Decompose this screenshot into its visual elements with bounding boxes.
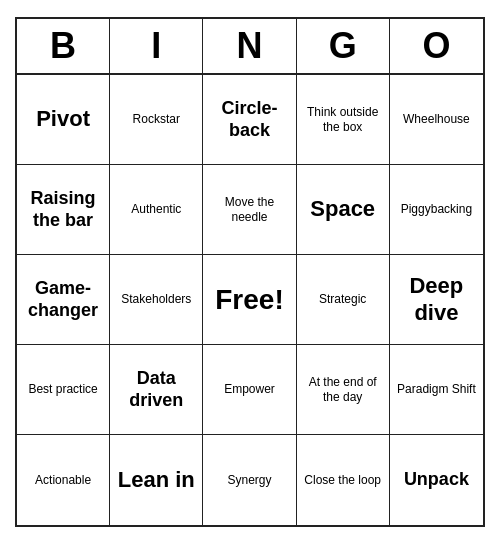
cell-text-1: Rockstar [133,112,180,126]
cell-text-19: Paradigm Shift [397,382,476,396]
bingo-cell-23[interactable]: Close the loop [297,435,390,525]
bingo-cell-16[interactable]: Data driven [110,345,203,435]
bingo-header: BINGO [17,19,483,75]
bingo-cell-12[interactable]: Free! [203,255,296,345]
bingo-cell-13[interactable]: Strategic [297,255,390,345]
bingo-card: BINGO PivotRockstarCircle-backThink outs… [15,17,485,527]
header-letter-i: I [110,19,203,73]
cell-text-20: Actionable [35,473,91,487]
cell-text-8: Space [310,196,375,222]
header-letter-g: G [297,19,390,73]
bingo-cell-7[interactable]: Move the needle [203,165,296,255]
bingo-cell-1[interactable]: Rockstar [110,75,203,165]
bingo-cell-9[interactable]: Piggybacking [390,165,483,255]
cell-text-22: Synergy [227,473,271,487]
bingo-cell-24[interactable]: Unpack [390,435,483,525]
cell-text-13: Strategic [319,292,366,306]
cell-text-7: Move the needle [207,195,291,224]
cell-text-16: Data driven [114,368,198,411]
cell-text-24: Unpack [404,469,469,491]
bingo-cell-17[interactable]: Empower [203,345,296,435]
bingo-cell-0[interactable]: Pivot [17,75,110,165]
cell-text-23: Close the loop [304,473,381,487]
header-letter-n: N [203,19,296,73]
bingo-cell-2[interactable]: Circle-back [203,75,296,165]
cell-text-10: Game-changer [21,278,105,321]
bingo-cell-4[interactable]: Wheelhouse [390,75,483,165]
cell-text-4: Wheelhouse [403,112,470,126]
bingo-cell-18[interactable]: At the end of the day [297,345,390,435]
bingo-cell-6[interactable]: Authentic [110,165,203,255]
bingo-cell-22[interactable]: Synergy [203,435,296,525]
cell-text-15: Best practice [28,382,97,396]
header-letter-o: O [390,19,483,73]
cell-text-12: Free! [215,283,283,317]
cell-text-6: Authentic [131,202,181,216]
cell-text-5: Raising the bar [21,188,105,231]
bingo-cell-20[interactable]: Actionable [17,435,110,525]
header-letter-b: B [17,19,110,73]
cell-text-9: Piggybacking [401,202,472,216]
bingo-cell-8[interactable]: Space [297,165,390,255]
bingo-cell-11[interactable]: Stakeholders [110,255,203,345]
cell-text-14: Deep dive [394,273,479,326]
cell-text-17: Empower [224,382,275,396]
bingo-cell-5[interactable]: Raising the bar [17,165,110,255]
bingo-cell-10[interactable]: Game-changer [17,255,110,345]
bingo-cell-21[interactable]: Lean in [110,435,203,525]
cell-text-3: Think outside the box [301,105,385,134]
bingo-cell-3[interactable]: Think outside the box [297,75,390,165]
cell-text-18: At the end of the day [301,375,385,404]
cell-text-0: Pivot [36,106,90,132]
cell-text-21: Lean in [118,467,195,493]
bingo-cell-14[interactable]: Deep dive [390,255,483,345]
cell-text-11: Stakeholders [121,292,191,306]
bingo-cell-15[interactable]: Best practice [17,345,110,435]
bingo-cell-19[interactable]: Paradigm Shift [390,345,483,435]
bingo-grid: PivotRockstarCircle-backThink outside th… [17,75,483,525]
cell-text-2: Circle-back [207,98,291,141]
